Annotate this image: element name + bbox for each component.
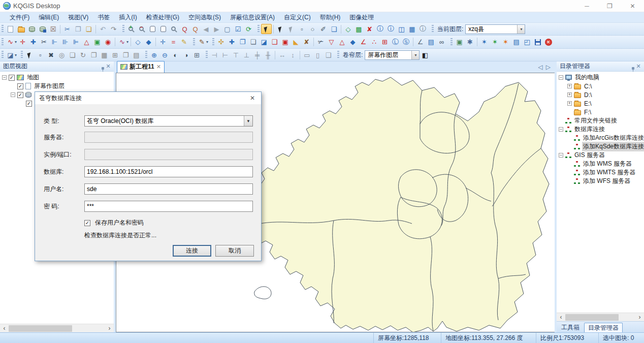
cancel-button[interactable]: 取消	[215, 245, 254, 257]
select-feature-button[interactable]	[275, 24, 286, 34]
catalog-panel-hscrollbar[interactable]: ‹ ›	[557, 313, 644, 321]
layer-visibility-checkbox[interactable]: ✓	[17, 83, 23, 89]
toolbar-grip[interactable]	[212, 38, 214, 46]
extent-lock-button[interactable]: ☑	[233, 24, 243, 34]
parallel-line-button[interactable]: =	[168, 37, 179, 47]
scroll-left-icon[interactable]: ‹	[0, 325, 9, 332]
same-width-button[interactable]: ↔	[277, 50, 287, 60]
pan-button[interactable]	[147, 24, 158, 34]
drive-c[interactable]: +C:\	[557, 82, 644, 90]
menu-customize[interactable]: 自定义(C)	[279, 12, 315, 23]
fixed-zoom-in-button[interactable]: Q	[179, 24, 190, 34]
clear-selection-button[interactable]: ✘	[364, 24, 375, 34]
draw-polygon-button[interactable]: ◇	[133, 37, 143, 47]
image-settings-button[interactable]: ▣	[454, 37, 465, 47]
chevron-down-icon[interactable]: ▼	[411, 51, 419, 59]
collapse-icon[interactable]: −	[559, 75, 563, 80]
add-wms-server[interactable]: 添加 WMS 服务器	[557, 160, 644, 168]
add-wfs-server[interactable]: 添加 WFS 服务器	[557, 177, 644, 185]
disable-edit-button[interactable]: ✘	[301, 37, 312, 47]
stop-edits-button[interactable]	[543, 37, 554, 47]
close-document-button[interactable]: ☒	[48, 24, 58, 34]
swipe-tool-button[interactable]: ◧	[420, 50, 430, 60]
scroll-right-icon[interactable]: ›	[635, 314, 644, 321]
menu-check-process[interactable]: 检查处理(G)	[142, 12, 184, 23]
rotate-feature-button[interactable]: ✣	[216, 37, 227, 47]
my-computer[interactable]: −我的电脑	[557, 73, 644, 82]
split-node-button[interactable]: ✃	[315, 37, 326, 47]
menu-bookmarks[interactable]: 书签	[93, 12, 114, 23]
drive-e[interactable]: +E:\	[557, 99, 644, 108]
chevron-down-icon[interactable]: ▼	[244, 116, 252, 126]
measure-angle-button[interactable]: ∠	[415, 37, 426, 47]
close-button[interactable]: ✕	[621, 0, 644, 12]
database-type-select[interactable]: 苍穹 Oracle(OCI) 数据库 ▼	[84, 115, 253, 127]
center-vertical-button[interactable]: ╫	[263, 50, 273, 60]
menu-help[interactable]: 帮助(H)	[315, 12, 345, 23]
menu-view[interactable]: 视图(V)	[63, 12, 93, 23]
toolbar-grip[interactable]	[2, 25, 4, 33]
menu-edit[interactable]: 编辑(E)	[34, 12, 63, 23]
deselect-feature-button[interactable]	[286, 24, 297, 34]
drive-d[interactable]: +D:\	[557, 90, 644, 99]
trace-line-button[interactable]: ✎	[179, 37, 189, 47]
align-right-button[interactable]: ⊢	[220, 50, 231, 60]
identify-point-button[interactable]: ⓘ	[417, 24, 428, 34]
frame-dashed-tall-button[interactable]: ▯	[312, 50, 323, 60]
collapse-icon[interactable]: −	[2, 75, 7, 80]
common-folder-links[interactable]: 常用文件夹链接	[557, 116, 644, 125]
draw-polyline-button[interactable]: ∿	[5, 37, 16, 47]
label-length-button[interactable]: Ⓛ	[390, 37, 401, 47]
object-rotate-button[interactable]: ↻	[78, 50, 88, 60]
zoom-window-button[interactable]	[169, 24, 179, 34]
toolbar-grip[interactable]	[193, 38, 195, 46]
chevron-down-icon[interactable]: ▾	[15, 53, 17, 57]
expand-icon[interactable]: +	[567, 101, 572, 106]
draw-angle-button[interactable]: ∠	[358, 37, 369, 47]
add-wmts-server[interactable]: 添加 WMTS 服务器	[557, 168, 644, 177]
fixed-zoom-out-button[interactable]: Q	[190, 24, 201, 34]
mirror-shape-button[interactable]: ❏	[248, 37, 259, 47]
full-extent-button[interactable]: ▢	[222, 24, 233, 34]
select-button[interactable]	[261, 24, 272, 34]
collapse-icon[interactable]: −	[559, 127, 563, 132]
search-features-button[interactable]: ∞	[436, 37, 447, 47]
label-area-button[interactable]: Ⓢ	[401, 37, 411, 47]
fill-shape-button[interactable]: ◪	[259, 37, 269, 47]
layer-panel-hscrollbar[interactable]: ‹ ›	[0, 324, 114, 332]
zoom-in-button[interactable]	[126, 24, 137, 34]
edit-polygon-button[interactable]: ◆	[143, 37, 154, 47]
collapse-icon[interactable]: −	[559, 153, 563, 158]
scroll-left-icon[interactable]: ‹	[557, 314, 565, 321]
frame-dashed-button[interactable]: ▭	[302, 50, 312, 60]
hollow-shape-button[interactable]: ▣	[280, 37, 291, 47]
edit-sketch-button[interactable]: ✎	[197, 37, 207, 47]
select-window-button[interactable]: ❑	[329, 24, 339, 34]
undo-button[interactable]: ↶	[98, 24, 108, 34]
add-kqsde-connection[interactable]: 添加KqSde数据库连接	[557, 142, 644, 151]
chevron-down-icon[interactable]: ▾	[126, 40, 128, 44]
username-field[interactable]	[84, 183, 253, 195]
tab-scroll-next-icon[interactable]: ▷	[546, 64, 551, 71]
object-select-button[interactable]	[24, 50, 35, 60]
tab-close-icon[interactable]: ✕	[156, 64, 161, 70]
layer-visibility-checkbox[interactable]: ✓	[17, 92, 23, 98]
snap-point-button[interactable]: ✛	[157, 37, 168, 47]
overlay-shape-button[interactable]: ❑	[269, 37, 280, 47]
object-zoom-button[interactable]: ◎	[56, 50, 67, 60]
toolbar-grip[interactable]	[450, 38, 453, 46]
view-center-button[interactable]: ⊞	[191, 50, 202, 60]
pattern-select-button[interactable]: ▩	[353, 24, 364, 34]
zoom-attributes-button[interactable]: ◰	[522, 37, 532, 47]
refresh-view-button[interactable]: ⟳	[243, 24, 254, 34]
select-by-lasso-button[interactable]: ✐	[318, 24, 329, 34]
database-field[interactable]	[84, 166, 253, 177]
save-database-button[interactable]	[37, 24, 48, 34]
add-point-select-button[interactable]: ✶	[479, 37, 490, 47]
toolbar-grip[interactable]	[2, 38, 4, 46]
minimize-button[interactable]: ─	[575, 0, 598, 12]
toolbar-grip[interactable]	[257, 25, 260, 33]
view-zoom-out-button[interactable]: ⊖	[159, 50, 170, 60]
split-equal-button[interactable]: ⊩	[49, 37, 60, 47]
identify-all-button[interactable]: ⓘ	[385, 24, 396, 34]
